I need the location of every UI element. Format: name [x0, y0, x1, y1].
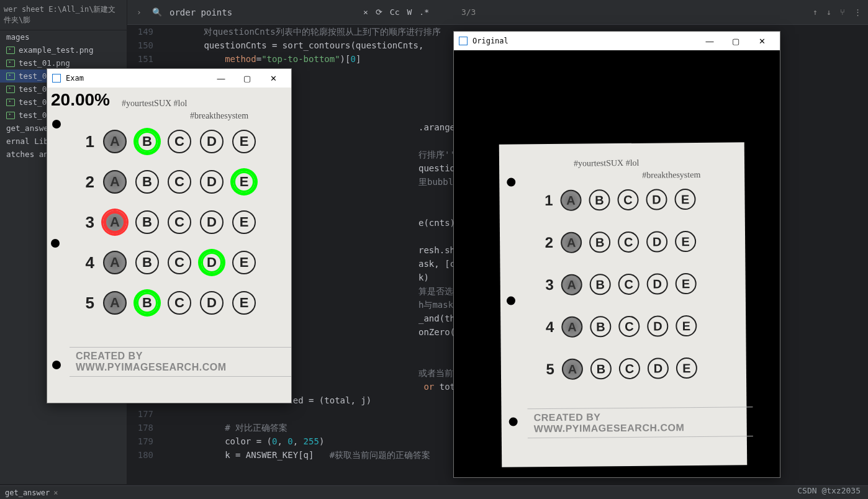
answer-bubble: C [618, 274, 640, 295]
answer-bubble: D [646, 231, 667, 252]
handwriting-1: #yourtestSUX #lol [574, 158, 640, 169]
paper-hole [507, 178, 515, 187]
paper-hole [509, 417, 518, 426]
answer-bubble: B [135, 291, 159, 315]
paper-hole [507, 297, 515, 305]
created-by-footer: CREATED BY WWW.PYIMAGESEARCH.COM [76, 351, 291, 373]
minimize-button[interactable]: — [697, 32, 723, 50]
titlebar[interactable]: Original — ▢ ✕ [454, 32, 780, 50]
answer-bubble: E [232, 251, 256, 274]
answer-bubble: B [135, 251, 159, 274]
answer-bubble: C [168, 210, 191, 234]
question-number: 2 [83, 173, 94, 192]
image-file-icon [6, 73, 15, 80]
answer-bubble: C [618, 232, 639, 253]
filter-icon[interactable]: ⑂ [840, 7, 845, 17]
answer-row: 4ABCDE [83, 251, 256, 274]
opencv-window-exam[interactable]: Exam — ▢ ✕ 20.00% #yourtestSUX #lol #bre… [47, 68, 292, 403]
image-file-icon [6, 112, 15, 119]
handwriting-2: #breakthesystem [190, 111, 248, 121]
project-path-crumb: wer sheet E:\All_in\新建文件夹\膨 [0, 0, 127, 30]
handwriting-2: #breakthesystem [642, 170, 700, 181]
maximize-button[interactable]: ▢ [234, 70, 260, 87]
answer-bubble: D [200, 130, 224, 153]
answer-bubble: C [168, 170, 191, 194]
image-file-icon [6, 86, 15, 93]
answer-bubble: A [103, 130, 127, 153]
match-case-toggle[interactable]: Cc [390, 7, 400, 17]
created-by-footer: CREATED BY WWW.PYIMAGESEARCH.COM [534, 410, 747, 434]
opencv-window-original[interactable]: Original — ▢ ✕ #yourtestSUX #lol #breakt… [453, 31, 780, 478]
whole-word-toggle[interactable]: W [407, 7, 412, 17]
answer-row: 1ABCDE [83, 130, 256, 153]
answer-row: 5ABCDE [83, 291, 256, 315]
find-input[interactable] [170, 7, 356, 17]
answer-bubble: E [232, 210, 256, 234]
question-number: 4 [543, 318, 554, 336]
close-button[interactable]: ✕ [260, 70, 286, 87]
tree-folder-images[interactable]: mages [0, 30, 127, 43]
answer-bubble: E [232, 130, 256, 153]
answer-bubble: B [590, 358, 612, 379]
answer-bubble: D [200, 170, 224, 194]
tree-file-test01[interactable]: test_01.png [0, 56, 127, 70]
answer-bubble: D [647, 315, 668, 336]
answer-bubble: E [674, 189, 695, 210]
debug-tab[interactable]: get_answer [5, 488, 50, 497]
answer-bubble: A [103, 210, 127, 234]
close-button[interactable]: ✕ [749, 32, 775, 50]
handwriting-1: #yourtestSUX #lol [122, 99, 187, 109]
answer-bubble: E [676, 315, 697, 336]
answer-bubble: B [135, 210, 159, 234]
find-history-icon[interactable]: ⟳ [376, 7, 382, 17]
more-menu-icon[interactable]: ⋮ [854, 7, 862, 17]
bottom-tool-window-bar: get_answer × [0, 485, 868, 499]
answer-bubble: A [103, 251, 127, 274]
question-number: 5 [543, 361, 554, 378]
answer-bubble: D [648, 357, 669, 379]
titlebar[interactable]: Exam — ▢ ✕ [47, 69, 291, 88]
image-file-icon [6, 60, 15, 67]
answer-row: 3ABCDE [543, 273, 697, 295]
answer-bubble: C [168, 130, 191, 153]
answer-bubble: E [676, 357, 697, 379]
answer-bubble: A [561, 274, 582, 295]
score-overlay: 20.00% [51, 90, 110, 110]
answer-bubble: C [618, 316, 640, 337]
regex-toggle[interactable]: .* [419, 7, 429, 17]
window-title: Exam [66, 74, 208, 83]
tree-file-example[interactable]: example_test.png [0, 43, 127, 56]
answer-bubble: C [619, 358, 640, 379]
search-icon: 🔍 [152, 7, 162, 17]
answer-bubble: B [590, 316, 611, 337]
maximize-button[interactable]: ▢ [723, 32, 749, 50]
answer-bubble: D [200, 291, 224, 315]
answer-row: 3ABCDE [83, 210, 256, 234]
answer-row: 2ABCDE [83, 170, 256, 194]
answer-bubble: B [135, 130, 159, 153]
next-match-button[interactable]: ↓ [826, 7, 831, 17]
match-count: 3/3 [461, 7, 476, 17]
paper-hole [52, 361, 61, 369]
question-number: 1 [83, 132, 94, 151]
answer-bubble: C [168, 251, 191, 274]
csdn-watermark: CSDN @txz2035 [797, 486, 861, 495]
image-file-icon [6, 47, 15, 54]
answer-bubble: A [562, 359, 583, 380]
paper-hole [52, 120, 61, 128]
paper-hole [51, 239, 60, 248]
close-tab-icon[interactable]: × [53, 488, 58, 497]
minimize-button[interactable]: — [208, 70, 234, 87]
answer-bubble: B [590, 274, 611, 295]
question-number: 3 [83, 213, 94, 232]
exam-image-view: 20.00% #yourtestSUX #lol #breakthesystem… [47, 88, 291, 403]
panel-chevron-icon[interactable]: › [133, 7, 145, 17]
original-image-view: #yourtestSUX #lol #breakthesystem 1ABCDE… [454, 50, 780, 477]
window-title: Original [472, 37, 697, 45]
clear-search-button[interactable]: × [363, 7, 368, 17]
prev-match-button[interactable]: ↑ [813, 7, 818, 17]
answer-bubble: C [168, 291, 191, 315]
answer-bubble: A [561, 317, 582, 338]
answer-bubble: D [646, 189, 667, 210]
question-number: 4 [83, 253, 94, 272]
